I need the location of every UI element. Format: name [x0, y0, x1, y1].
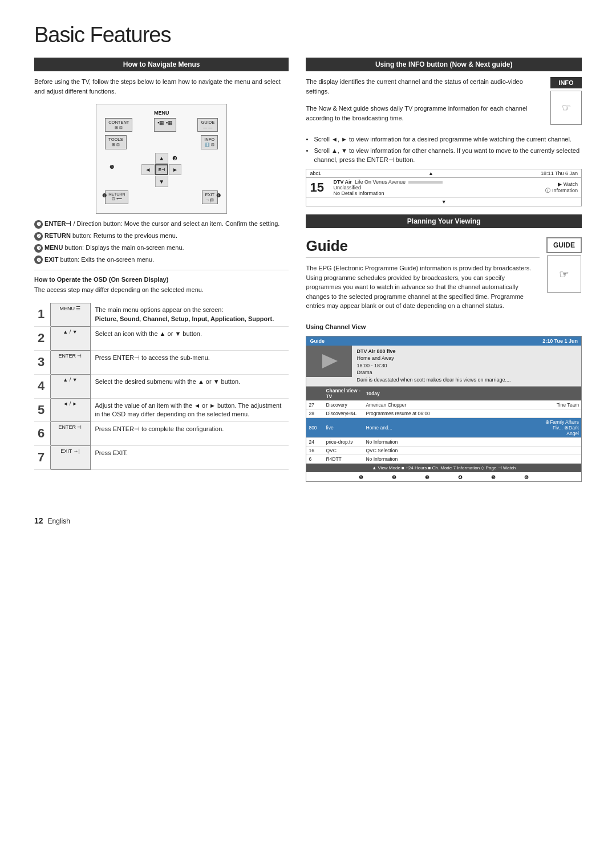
- remote-row4: ❷ RETURN⊡ ⟵ EXIT→|⊞ ❹: [105, 190, 218, 204]
- osd-step-1-icon: MENU ☰: [50, 303, 90, 326]
- step-menu: ❸ MENU button: Displays the main on-scre…: [34, 244, 289, 253]
- preview-show: Home and Away: [356, 355, 510, 362]
- osd-row-3: 3 ENTER ⊣ Press ENTER⊣ to access the sub…: [34, 350, 289, 374]
- arrow-pad: ▲ ❸ ◄ E⊣ ► ▼: [141, 153, 181, 187]
- guide-ch-row-24: 24 price-drop.tv No Information: [306, 438, 581, 447]
- osd-step-2-icon: ▲ / ▼: [50, 327, 90, 351]
- guide-ch-row-28: 28 DiscoveryH&L Programmes resume at 06:…: [306, 409, 581, 418]
- footer-num-3: ❸: [425, 474, 429, 480]
- osd-step-1-num: 1: [34, 303, 50, 326]
- guide-title-row: Guide The EPG (Electronic Programme Guid…: [306, 237, 582, 319]
- osd-step-5-desc: Adjust the value of an item with the ◄ o…: [90, 398, 289, 422]
- ch-info-btn[interactable]: ⓘ Information: [545, 187, 578, 194]
- ch-details-area: DTV Air Life On Venus Avenue Unclassifie…: [330, 179, 545, 196]
- remote-row2: TOOLS⊞ ⊡ INFOℹ️ ⊡: [105, 135, 218, 149]
- arrow-empty-tl: [141, 153, 155, 164]
- badge-3-pos: ❸: [169, 153, 182, 164]
- osd-step-1-desc: The main menu options appear on the scre…: [90, 303, 289, 326]
- exit-btn-remote[interactable]: EXIT→|⊞: [202, 190, 218, 204]
- ch-detail-row: 15 DTV Air Life On Venus Avenue Unclassi…: [306, 178, 581, 198]
- guide-ch-row-800: 800 five Home and... ⊕Family Affairs Fiv…: [306, 418, 581, 438]
- info-header: Using the INFO button (Now & Next guide): [306, 58, 582, 71]
- badge-4: ❹: [216, 193, 221, 198]
- ch-dtv-name: DTV Air Life On Venus Avenue: [333, 179, 545, 185]
- info-intro2: The Now & Next guide shows daily TV prog…: [306, 104, 545, 123]
- arrow-right[interactable]: ►: [169, 164, 182, 175]
- navigate-menus-header: How to Navigate Menus: [34, 58, 289, 71]
- footer-num-4: ❹: [458, 474, 463, 480]
- content-btn[interactable]: CONTENT⊞ ⊡: [105, 118, 132, 132]
- guide-table: Guide 2:10 Tue 1 Jun DTV Air 800 five: [306, 336, 582, 482]
- guide-ch-row-16: 16 QVC QVC Selection: [306, 447, 581, 455]
- return-btn-remote[interactable]: RETURN⊡ ⟵: [105, 190, 128, 204]
- page-number-area: 12 English: [34, 499, 582, 525]
- preview-title: DTV Air 800 five: [356, 348, 510, 355]
- osd-step-4-desc: Select the desired submenu with the ▲ or…: [90, 374, 289, 398]
- info-intro1: The display identifies the current chann…: [306, 77, 545, 96]
- osd-row-1: 1 MENU ☰ The main menu options appear on…: [34, 303, 289, 326]
- ch-progress-bar: [408, 179, 443, 185]
- ch-watch-btn[interactable]: ▶ Watch: [558, 181, 578, 187]
- remote-diagram-wrapper: MENU CONTENT⊞ ⊡ ▪▦ ▪▦ GUIDE— — TOOLS⊞ ⊡ …: [34, 104, 289, 214]
- navigate-menus-section: How to Navigate Menus Before using the T…: [34, 58, 289, 470]
- osd-step-6-icon: ENTER ⊣: [50, 422, 90, 446]
- footer-num-6: ❻: [524, 474, 529, 480]
- arrow-left[interactable]: ◄: [141, 164, 155, 175]
- info-bullets: Scroll ◄, ► to view information for a de…: [306, 135, 582, 164]
- guide-header-right: 2:10 Tue 1 Jun: [542, 338, 578, 344]
- menu-center-btn[interactable]: ▪▦ ▪▦: [154, 118, 176, 132]
- guide-header-left: Guide: [310, 338, 325, 344]
- ch-list-header-extra: [541, 392, 581, 395]
- step-enter: ❶ ENTER⊣ / Direction button: Move the cu…: [34, 220, 289, 229]
- guide-preview-row: DTV Air 800 five Home and Away 18:00 - 1…: [306, 346, 581, 387]
- osd-step-4-icon: ▲ / ▼: [50, 374, 90, 398]
- osd-table: 1 MENU ☰ The main menu options appear on…: [34, 303, 289, 470]
- arrow-empty-br: [169, 176, 182, 186]
- info-btn-remote[interactable]: INFOℹ️ ⊡: [201, 135, 218, 149]
- guide-preview-details: DTV Air 800 five Home and Away 18:00 - 1…: [352, 346, 515, 386]
- guide-finger-icon: ☞: [547, 255, 581, 293]
- guide-intro: The EPG (Electronic Programme Guide) inf…: [306, 263, 540, 311]
- footer-num-2: ❷: [392, 474, 396, 480]
- ch-list-header: Channel View - TV Today: [306, 387, 581, 401]
- ch-no-details: No Details Information: [333, 190, 545, 196]
- info-button-display: INFO: [550, 77, 582, 88]
- ch-actions: ▶ Watch ⓘ Information: [545, 181, 578, 194]
- page-language: English: [48, 517, 70, 525]
- preview-time: 18:00 - 18:30: [356, 362, 510, 370]
- guide-preview-image: [306, 346, 352, 377]
- osd-step-5-icon: ◄ / ►: [50, 398, 90, 422]
- page-title: Basic Features: [34, 23, 582, 47]
- channel-view-header: Using Channel View: [306, 323, 582, 330]
- guide-section: Guide The EPG (Electronic Programme Guid…: [306, 237, 582, 481]
- osd-step-7-icon: EXIT →|: [50, 446, 90, 470]
- arrow-empty-bl: [141, 176, 155, 186]
- navigate-menus-intro: Before using the TV, follow the steps be…: [34, 77, 289, 96]
- osd-row-6: 6 ENTER ⊣ Press ENTER⊣ to complete the c…: [34, 422, 289, 446]
- ch-name: abc1: [310, 171, 321, 176]
- osd-step-3-desc: Press ENTER⊣ to access the sub-menu.: [90, 350, 289, 374]
- osd-step-6-desc: Press ENTER⊣ to complete the configurati…: [90, 422, 289, 446]
- guide-btn[interactable]: GUIDE— —: [197, 118, 218, 132]
- info-text-area: The display identifies the current chann…: [306, 77, 545, 131]
- osd-step-7-num: 7: [34, 446, 50, 470]
- osd-step-7-desc: Press EXIT.: [90, 446, 289, 470]
- ch-time: 18:11 Thu 6 Jan: [541, 171, 578, 176]
- arrow-down[interactable]: ▼: [155, 176, 168, 186]
- osd-step-4-num: 4: [34, 374, 50, 398]
- ch-box-arrow-down: ▼: [306, 198, 581, 206]
- left-column: How to Navigate Menus Before using the T…: [34, 58, 289, 482]
- osd-row-5: 5 ◄ / ► Adjust the value of an item with…: [34, 398, 289, 422]
- arrow-up[interactable]: ▲: [155, 153, 168, 164]
- osd-step-3-icon: ENTER ⊣: [50, 350, 90, 374]
- step-exit: ❹ EXIT button: Exits the on-screen menu.: [34, 255, 289, 265]
- ch-number: 15: [310, 181, 330, 194]
- enter-btn-pad[interactable]: E⊣: [155, 164, 168, 175]
- tools-btn[interactable]: TOOLS⊞ ⊡: [105, 135, 126, 149]
- guide-ch-row-6: 6 R4DTT No Information: [306, 455, 581, 464]
- footer-num-1: ❶: [359, 474, 363, 480]
- ch-header-row: abc1 ▲ 18:11 Thu 6 Jan: [306, 169, 581, 178]
- info-button-area: INFO ☞: [550, 77, 582, 131]
- osd-row-7: 7 EXIT →| Press EXIT.: [34, 446, 289, 470]
- right-column: Using the INFO button (Now & Next guide)…: [306, 58, 582, 482]
